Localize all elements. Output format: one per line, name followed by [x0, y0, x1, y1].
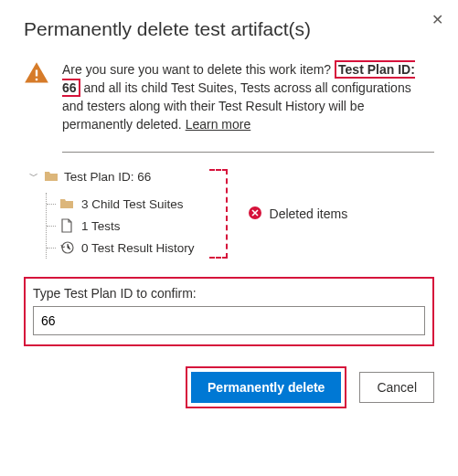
tree-item-history[interactable]: 0 Test Result History [47, 237, 195, 259]
separator [62, 152, 434, 153]
history-icon [59, 240, 74, 255]
confirm-section: Type Test Plan ID to confirm: [24, 277, 434, 346]
confirm-input[interactable] [33, 306, 425, 335]
error-icon [248, 206, 262, 223]
artifact-tree: ﹀ Test Plan ID: 66 3 Child Test Suites 1… [29, 169, 195, 259]
permanently-delete-button[interactable]: Permanently delete [191, 372, 341, 403]
close-icon[interactable]: ✕ [428, 7, 447, 32]
learn-more-link[interactable]: Learn more [186, 117, 251, 132]
tree-item-label: 1 Tests [81, 219, 121, 233]
tree-root-label: Test Plan ID: 66 [64, 170, 151, 184]
warning-message: Are you sure you want to delete this wor… [62, 60, 434, 133]
confirm-label: Type Test Plan ID to confirm: [33, 286, 425, 301]
chevron-down-icon: ﹀ [29, 170, 38, 183]
warning-icon [24, 60, 49, 133]
deleted-text: Deleted items [270, 206, 348, 221]
tree-item-suites[interactable]: 3 Child Test Suites [47, 193, 195, 215]
deleted-items-label: Deleted items [248, 206, 348, 223]
msg-before: Are you sure you want to delete this wor… [62, 62, 331, 77]
tree-item-label: 0 Test Result History [81, 241, 195, 255]
cancel-button[interactable]: Cancel [359, 372, 434, 403]
folder-icon [59, 196, 74, 211]
tree-item-label: 3 Child Test Suites [81, 197, 184, 211]
dialog-buttons: Permanently delete Cancel [24, 366, 434, 408]
svg-rect-0 [36, 70, 37, 77]
tree-root[interactable]: ﹀ Test Plan ID: 66 [29, 169, 195, 184]
folder-icon [44, 169, 59, 184]
svg-rect-1 [36, 79, 37, 80]
document-icon [59, 218, 74, 233]
primary-highlight: Permanently delete [186, 366, 346, 408]
annotation-bracket [209, 169, 228, 259]
tree-item-tests[interactable]: 1 Tests [47, 215, 195, 237]
dialog-title: Permanently delete test artifact(s) [24, 18, 434, 40]
